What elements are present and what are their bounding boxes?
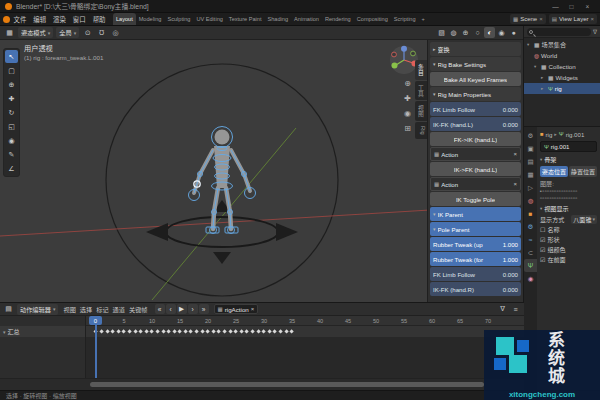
playhead[interactable] <box>95 316 97 378</box>
select-box-tool[interactable]: ▢ <box>5 64 18 77</box>
overlays-toggle-icon[interactable]: ◍ <box>448 27 459 38</box>
workspace-tab[interactable]: Scripting <box>391 13 419 25</box>
workspace-tab[interactable]: Modeling <box>136 13 165 25</box>
workspace-tab[interactable]: Texture Paint <box>226 13 265 25</box>
perspective-toggle-icon[interactable]: ⊞ <box>402 123 413 134</box>
workspace-tab[interactable]: + <box>419 13 428 25</box>
frame-number[interactable]: 45 <box>334 316 362 325</box>
keyframe-diamond[interactable] <box>194 329 199 334</box>
outliner-scene-collection[interactable]: ▾ ▦ 场景集合 <box>524 39 600 50</box>
keyframe-diamond[interactable] <box>267 329 272 334</box>
physics-tab[interactable]: ≈ <box>524 233 537 246</box>
frame-number[interactable]: 60 <box>418 316 446 325</box>
outliner-search-input[interactable] <box>527 28 591 36</box>
sidebar-tab[interactable]: 条目 <box>415 60 427 80</box>
keyframe-diamond[interactable] <box>250 329 255 334</box>
rubber-tweak-up-slider[interactable]: Rubber Tweak (up 1.000 <box>430 237 521 251</box>
menu-item[interactable]: 选择 <box>78 305 94 314</box>
object-tab[interactable]: ■ <box>524 207 537 220</box>
keyframe-diamond[interactable] <box>278 329 283 334</box>
menu-item[interactable]: 标记 <box>94 305 110 314</box>
checkbox-icon[interactable]: ☐ <box>540 226 545 233</box>
checkbox-icon[interactable]: ☑ <box>540 236 545 243</box>
clear-icon[interactable]: × <box>513 151 517 157</box>
keyframe-diamond[interactable] <box>189 329 194 334</box>
menu-item[interactable]: 文件 <box>10 15 30 24</box>
menu-item[interactable]: 窗口 <box>69 15 89 24</box>
display-as-dropdown[interactable]: 八面锥 ▾ <box>571 215 597 224</box>
camera-view-icon[interactable]: ◉ <box>402 108 413 119</box>
workspace-tab[interactable]: Sculpting <box>164 13 193 25</box>
transform-tool[interactable]: ◉ <box>5 134 18 147</box>
summary-channel[interactable]: ▾ 汇总 <box>0 326 85 337</box>
maximize-button[interactable]: □ <box>564 0 579 12</box>
menu-item[interactable]: 渲染 <box>50 15 70 24</box>
filter-icon[interactable]: ∇ <box>497 304 508 315</box>
fk-limb-follow-l-slider[interactable]: FK Limb Follow 0.000 <box>430 102 521 116</box>
keyframe-diamond[interactable] <box>228 329 233 334</box>
measure-tool[interactable]: ∠ <box>5 162 18 175</box>
mode-dropdown[interactable]: 姿态模式 ▾ <box>18 27 53 38</box>
expand-icon[interactable]: ▸ <box>541 75 546 80</box>
keyframe-diamond[interactable] <box>222 329 227 334</box>
menu-item[interactable]: 视图 <box>61 305 77 314</box>
fk-to-ik-hand-l-button[interactable]: FK->IK (hand.L) <box>430 132 521 146</box>
expand-icon[interactable]: ▸ <box>541 86 546 91</box>
cursor-tool[interactable]: ⊕ <box>5 78 18 91</box>
bake-all-keyed-frames-button[interactable]: Bake All Keyed Frames <box>430 72 521 86</box>
annotate-tool[interactable]: ✎ <box>5 148 18 161</box>
ik-to-fk-hand-l-button[interactable]: IK->FK (hand.L) <box>430 162 521 176</box>
datablock-name-field[interactable]: Ψ rig.001 <box>540 141 597 152</box>
editor-type-icon[interactable]: ▤ <box>3 304 14 315</box>
scene-tab[interactable]: ▷ <box>524 181 537 194</box>
workspace-tab[interactable]: Animation <box>291 13 322 25</box>
display-checkbox-row[interactable]: ☑ 在前面 <box>540 255 597 265</box>
expand-icon[interactable]: ▾ <box>527 42 532 47</box>
transform-panel-header[interactable]: ▸ 变换 <box>430 42 521 56</box>
keyframe-diamond[interactable] <box>262 329 267 334</box>
frame-number[interactable]: 70 <box>474 316 502 325</box>
keyframe-diamond[interactable] <box>116 329 121 334</box>
tweak-select-tool[interactable]: ↖ <box>5 50 18 63</box>
constraint-tab[interactable]: ⊂ <box>524 246 537 259</box>
keyframe-diamond[interactable] <box>200 329 205 334</box>
keyframe-diamond[interactable] <box>155 329 160 334</box>
scene-selector[interactable]: ▦ Scene × <box>510 14 546 24</box>
filter-icon[interactable]: ∇ <box>593 28 597 35</box>
clear-icon[interactable]: × <box>513 181 517 187</box>
frame-number[interactable]: 65 <box>446 316 474 325</box>
snap-magnet-icon[interactable]: Ω <box>96 27 107 38</box>
sidebar-tab[interactable]: 视图 <box>415 101 427 121</box>
frame-number[interactable]: 15 <box>166 316 194 325</box>
prev-keyframe-button[interactable]: ‹ <box>166 304 176 314</box>
ik-fk-hand-l-slider[interactable]: IK-FK (hand.L) 0.000 <box>430 117 521 131</box>
frame-number[interactable]: 30 <box>250 316 278 325</box>
workspace-tab[interactable]: Rendering <box>322 13 354 25</box>
sidebar-tab[interactable]: Rig <box>415 122 427 139</box>
options-icon[interactable]: ≡ <box>510 304 521 315</box>
keyframe-diamond[interactable] <box>122 329 127 334</box>
output-tab[interactable]: ▤ <box>524 155 537 168</box>
keyframe-diamond[interactable] <box>211 329 216 334</box>
display-checkbox-row[interactable]: ☐ 名称 <box>540 225 597 235</box>
keyframe-diamond[interactable] <box>99 329 104 334</box>
frame-number[interactable]: 50 <box>362 316 390 325</box>
rendered-shading-icon[interactable]: ● <box>508 27 519 38</box>
display-checkbox-row[interactable]: ☑ 形状 <box>540 235 597 245</box>
frame-number[interactable]: 10 <box>138 316 166 325</box>
frame-number[interactable]: 20 <box>194 316 222 325</box>
keyframe-diamond[interactable] <box>245 329 250 334</box>
outliner-rig[interactable]: ▸ Ψ rig <box>524 83 600 94</box>
action-name-field[interactable]: ▦ rigAction × <box>214 304 259 314</box>
workspace-tab[interactable]: Shading <box>265 13 292 25</box>
rotate-tool[interactable]: ↻ <box>5 106 18 119</box>
wireframe-shading-icon[interactable]: ○ <box>472 27 483 38</box>
jump-to-end-button[interactable]: » <box>199 304 209 314</box>
keyframe-diamond[interactable] <box>111 329 116 334</box>
modifier-tab[interactable]: ⚙ <box>524 220 537 233</box>
keyframe-diamond[interactable] <box>133 329 138 334</box>
keyframe-diamond[interactable] <box>105 329 110 334</box>
workspace-tab[interactable]: UV Editing <box>193 13 225 25</box>
move-tool[interactable]: ✚ <box>5 92 18 105</box>
viewport-display-panel-header[interactable]: ▾ 视图显示 <box>540 203 597 214</box>
